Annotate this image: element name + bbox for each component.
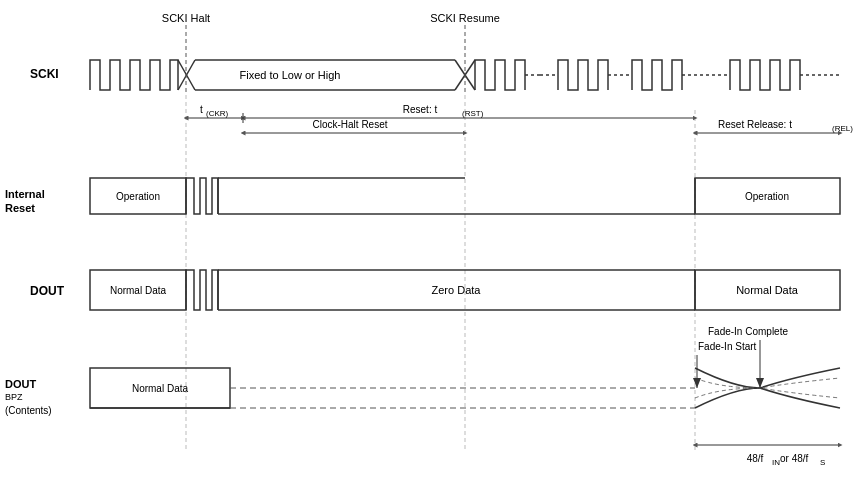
timing-diagram: SCKI Fixed to Low or High SCKI Halt SCKI… — [0, 0, 867, 500]
contents-label: (Contents) — [5, 405, 52, 416]
t-ckr-label: t — [200, 104, 203, 115]
normal-data2-label: Normal Data — [736, 284, 799, 296]
scki-label: SCKI — [30, 67, 59, 81]
scki-halt-label: SCKI Halt — [162, 12, 210, 24]
dout-bpz-label: DOUT — [5, 378, 36, 390]
reset-release-label: Reset Release: t — [718, 119, 792, 130]
normal-data3-label: Normal Data — [132, 383, 189, 394]
internal-reset-label2: Reset — [5, 202, 35, 214]
freq-subscript: IN — [772, 458, 780, 467]
freq-s-subscript: S — [820, 458, 825, 467]
clock-halt-reset-label: Clock-Halt Reset — [312, 119, 387, 130]
fixed-low-high-label: Fixed to Low or High — [240, 69, 341, 81]
freq-or: or 48/f — [780, 453, 809, 464]
t-ckr-subscript: (CKR) — [206, 109, 229, 118]
bpz-subscript: BPZ — [5, 392, 23, 402]
normal-data1-label: Normal Data — [110, 285, 167, 296]
fade-in-start-label: Fade-In Start — [698, 341, 757, 352]
dout-label: DOUT — [30, 284, 65, 298]
operation2-label: Operation — [745, 191, 789, 202]
zero-data-label: Zero Data — [432, 284, 482, 296]
freq-label: 48/f — [747, 453, 764, 464]
reset-t-rst-label: Reset: t — [403, 104, 438, 115]
internal-reset-label: Internal — [5, 188, 45, 200]
reset-release-subscript: (REL) — [832, 124, 853, 133]
operation1-label: Operation — [116, 191, 160, 202]
reset-t-rst-subscript: (RST) — [462, 109, 484, 118]
scki-resume-label: SCKI Resume — [430, 12, 500, 24]
svg-marker-39 — [693, 378, 701, 388]
fade-in-complete-label: Fade-In Complete — [708, 326, 788, 337]
